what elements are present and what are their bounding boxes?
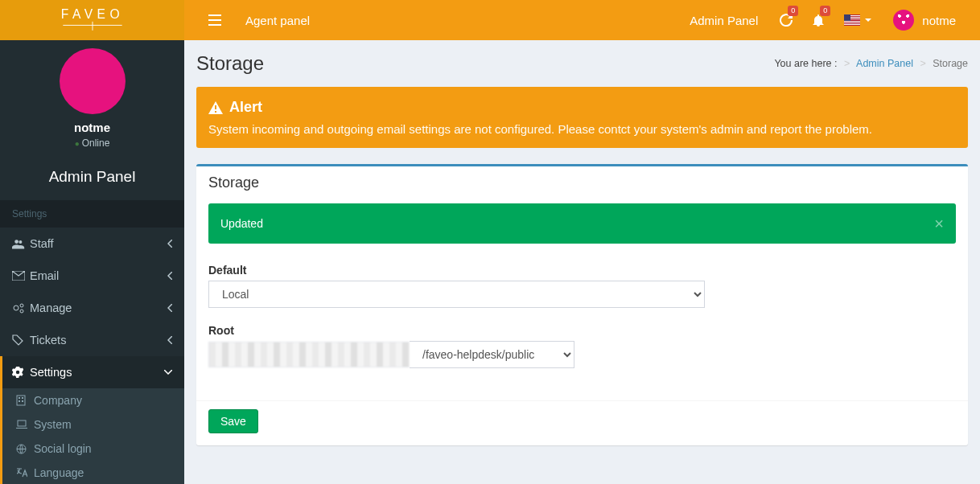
cogs-icon [12,302,30,314]
avatar-large [60,48,126,114]
language-icon [16,468,34,478]
content-wrapper: Storage You are here : > Admin Panel > S… [184,40,980,484]
svg-rect-6 [17,396,25,405]
svg-rect-9 [19,400,20,402]
root-select[interactable]: /faveo-helpdesk/public [410,341,574,368]
sidebar-item-manage[interactable]: Manage [0,292,184,324]
sidebar-item-staff[interactable]: Staff [0,228,184,260]
sidebar-item-label: Manage [30,301,72,314]
storage-box: Storage Updated × Default Local Root [196,164,968,445]
gear-icon [12,367,30,378]
breadcrumb-sep: > [916,58,929,69]
save-button[interactable]: Save [208,409,258,433]
refresh-button[interactable]: 0 [770,0,802,40]
chevron-left-icon [167,272,172,280]
laptop-icon [16,420,34,429]
svg-text:FAVEO: FAVEO [60,7,123,21]
svg-point-4 [20,304,23,307]
submenu-item-company[interactable]: Company [0,388,184,412]
submenu-item-system[interactable]: System [0,412,184,437]
breadcrumb-current: Storage [933,58,968,69]
chevron-left-icon [167,240,172,248]
caret-down-icon [865,18,871,22]
submenu-item-language[interactable]: Language [0,461,184,484]
success-message: Updated [220,217,263,230]
flag-us-icon [844,14,860,26]
language-selector[interactable] [834,0,881,40]
breadcrumb-prefix: You are here : [774,58,837,69]
svg-rect-7 [19,397,20,399]
svg-rect-11 [18,420,26,426]
header-username: notme [922,14,956,27]
svg-point-3 [14,306,19,310]
agent-panel-link[interactable]: Agent panel [233,2,322,39]
sidebar-item-label: Tickets [30,334,66,347]
root-label: Root [208,324,956,337]
main-header: FAVEO Agent panel Admin Panel 0 0 [0,0,980,40]
close-icon[interactable]: × [934,215,944,232]
logo[interactable]: FAVEO [0,0,184,40]
sidebar-item-label: Staff [30,237,54,250]
top-navbar: Agent panel Admin Panel 0 0 notme [184,0,980,40]
page-title: Storage [196,52,264,75]
alert-body: System incoming and outgoing email setti… [208,122,956,136]
alert-title: Alert [229,99,262,116]
breadcrumb-admin-link[interactable]: Admin Panel [856,58,913,69]
sidebar-section-header: Settings [0,200,184,228]
tags-icon [12,334,30,346]
default-select[interactable]: Local [208,281,705,308]
submenu-item-social-login[interactable]: Social login [0,437,184,461]
svg-rect-13 [215,105,216,109]
notifications-badge: 0 [820,6,830,16]
sidebar-item-email[interactable]: Email [0,260,184,292]
breadcrumb: You are here : > Admin Panel > Storage [774,58,968,69]
success-alert: Updated × [208,203,956,244]
root-form-group: Root /faveo-helpdesk/public [208,324,956,368]
chevron-left-icon [167,304,172,312]
default-label: Default [208,264,956,277]
content: Alert System incoming and outgoing email… [184,75,980,457]
user-panel: notme ●Online [0,40,184,157]
box-footer: Save [196,400,968,445]
svg-rect-14 [215,111,216,113]
submenu-item-label: Language [34,466,84,479]
building-icon [16,395,34,406]
alert-banner: Alert System incoming and outgoing email… [196,87,968,148]
submenu-item-label: Company [34,394,82,407]
sidebar-username: notme [8,121,176,134]
box-body: Updated × Default Local Root [196,195,968,400]
sidebar-toggle-icon[interactable] [196,2,233,38]
main-sidebar: notme ●Online Admin Panel Settings Staff [0,0,184,484]
panel-label: Admin Panel [0,157,184,200]
warning-icon [208,101,223,114]
submenu-item-label: System [34,418,72,431]
svg-rect-10 [22,400,23,402]
default-form-group: Default Local [208,264,956,308]
chevron-left-icon [167,336,172,344]
svg-rect-8 [22,397,23,399]
submenu-item-label: Social login [34,442,92,455]
sidebar-item-label: Settings [30,366,72,379]
sidebar-item-settings[interactable]: Settings Company [0,356,184,484]
envelope-icon [12,271,30,281]
online-status: ●Online [8,137,176,149]
avatar [893,10,914,31]
user-menu[interactable]: notme [881,0,968,40]
users-icon [12,238,30,249]
chevron-down-icon [164,370,172,375]
sidebar-item-tickets[interactable]: Tickets [0,324,184,356]
box-title: Storage [208,174,956,191]
notifications-button[interactable]: 0 [802,0,834,40]
globe-icon [16,444,34,454]
box-header: Storage [196,166,968,195]
sidebar-item-label: Email [30,269,59,282]
admin-panel-link[interactable]: Admin Panel [677,0,770,40]
content-header: Storage You are here : > Admin Panel > S… [184,40,980,75]
root-path-obscured [208,342,410,367]
breadcrumb-sep: > [840,58,854,69]
svg-point-5 [20,310,23,313]
online-dot-icon: ● [75,139,80,148]
refresh-badge: 0 [788,6,798,16]
